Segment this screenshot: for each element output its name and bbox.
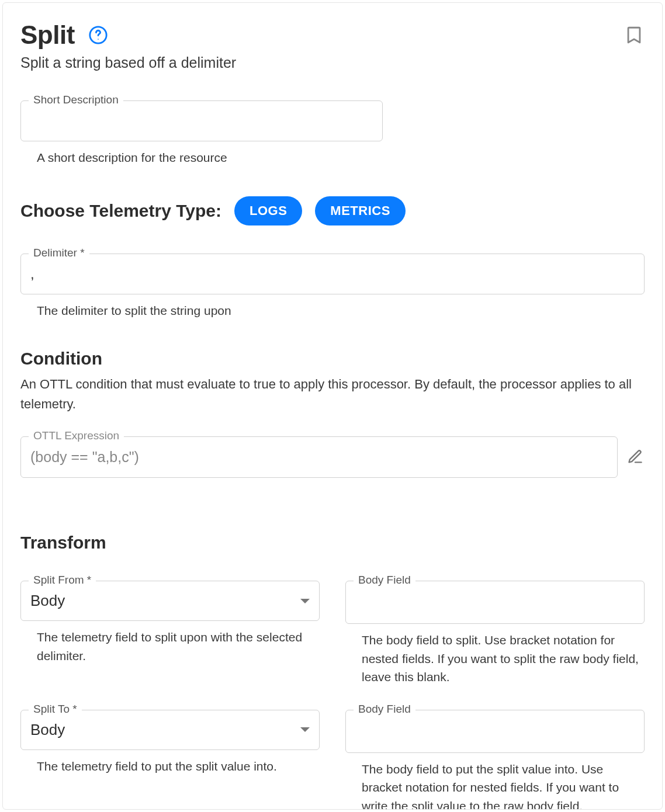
body-field-to-helper: The body field to put the split value in…: [362, 760, 645, 810]
split-from-select[interactable]: Body: [20, 581, 320, 621]
body-field-to-input[interactable]: [345, 710, 645, 753]
body-field-from-field: Body Field: [345, 581, 645, 624]
chevron-down-icon: [300, 727, 310, 732]
short-description-helper: A short description for the resource: [37, 148, 645, 167]
condition-heading: Condition: [20, 349, 645, 369]
transform-grid: Split From * Body The telemetry field to…: [20, 581, 645, 810]
split-to-select[interactable]: Body: [20, 710, 320, 750]
page-subtitle: Split a string based off a delimiter: [20, 54, 645, 71]
title-group: Split: [20, 20, 109, 50]
short-description-field: Short Description: [20, 100, 645, 141]
split-to-helper: The telemetry field to put the split val…: [37, 757, 320, 776]
condition-description: An OTTL condition that must evaluate to …: [20, 374, 645, 414]
telemetry-row: Choose Telemetry Type: LOGS METRICS: [20, 196, 645, 225]
split-from-value: Body: [30, 592, 65, 610]
split-to-value: Body: [30, 721, 65, 739]
chip-logs[interactable]: LOGS: [234, 196, 302, 225]
telemetry-heading: Choose Telemetry Type:: [20, 201, 221, 221]
body-field-from-helper: The body field to split. Use bracket not…: [362, 631, 645, 686]
split-to-field: Split To * Body: [20, 710, 320, 750]
body-field-from-input[interactable]: [345, 581, 645, 624]
ottl-field: OTTL Expression: [20, 436, 618, 478]
svg-point-1: [98, 39, 99, 40]
body-field-to-label: Body Field: [354, 703, 415, 716]
split-to-cell: Split To * Body The telemetry field to p…: [20, 710, 320, 810]
page-title: Split: [20, 20, 75, 50]
transform-heading: Transform: [20, 533, 645, 553]
body-field-to-field: Body Field: [345, 710, 645, 753]
ottl-input[interactable]: [20, 436, 618, 478]
edit-icon[interactable]: [627, 449, 645, 466]
split-from-helper: The telemetry field to split upon with t…: [37, 628, 320, 665]
ottl-label: OTTL Expression: [29, 429, 124, 442]
short-description-label: Short Description: [29, 93, 123, 106]
config-card: Split Split a string based off a delimit…: [2, 2, 663, 810]
split-from-field: Split From * Body: [20, 581, 320, 621]
header-row: Split: [20, 20, 645, 50]
body-field-from-label: Body Field: [354, 574, 415, 587]
bookmark-icon[interactable]: [624, 25, 645, 46]
body-field-to-cell: Body Field The body field to put the spl…: [345, 710, 645, 810]
chip-metrics[interactable]: METRICS: [315, 196, 406, 225]
delimiter-helper: The delimiter to split the string upon: [37, 301, 645, 320]
body-field-from-cell: Body Field The body field to split. Use …: [345, 581, 645, 686]
short-description-input[interactable]: [20, 100, 383, 141]
split-from-label: Split From *: [29, 574, 96, 587]
chevron-down-icon: [300, 599, 310, 603]
help-icon[interactable]: [88, 25, 109, 46]
delimiter-label: Delimiter *: [29, 247, 89, 259]
delimiter-field: Delimiter *: [20, 254, 645, 294]
delimiter-input[interactable]: [20, 254, 645, 294]
ottl-row: OTTL Expression: [20, 436, 645, 478]
split-to-label: Split To *: [29, 703, 82, 716]
split-from-cell: Split From * Body The telemetry field to…: [20, 581, 320, 686]
